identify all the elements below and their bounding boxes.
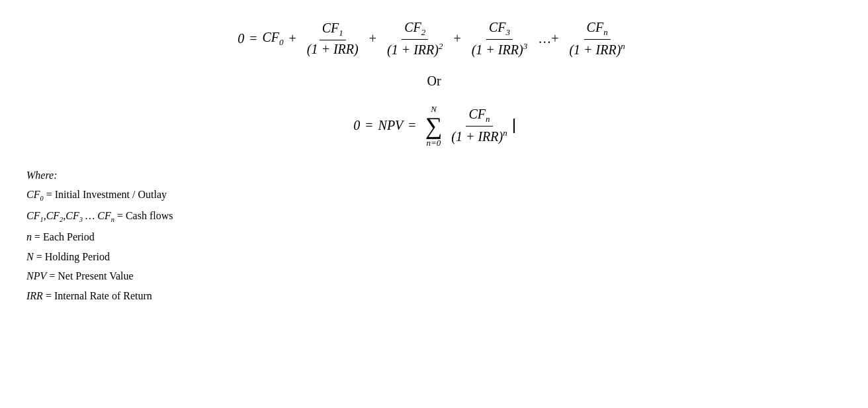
- where-heading: Where:: [26, 167, 848, 184]
- zero-1: 0: [238, 31, 244, 46]
- where-line1: CF0 = Initial Investment / Outlay: [26, 186, 848, 205]
- plus-2: +: [369, 31, 376, 46]
- cf0: CF0: [262, 30, 283, 48]
- fraction-2: CF2 (1 + IRR)2: [384, 20, 445, 58]
- eq2-2: =: [408, 118, 415, 133]
- eq-1: =: [249, 31, 257, 46]
- ellipsis: …+: [538, 31, 558, 46]
- fraction-1: CF1 (1 + IRR): [304, 21, 361, 57]
- cursor: [513, 119, 515, 133]
- fraction-n: CFn (1 + IRR)n: [566, 20, 627, 58]
- formula-area: 0 = CF0 + CF1 (1 + IRR) + CF2 (1 + IRR)2…: [20, 13, 848, 154]
- where-section: Where: CF0 = Initial Investment / Outlay…: [26, 167, 848, 305]
- where-line4: N = Holding Period: [26, 248, 848, 266]
- where-line2: CF1,CF2,CF3 … CFn = Cash flows: [26, 207, 848, 226]
- fraction-sum: CFn (1 + IRR)n: [449, 107, 509, 144]
- formula-1: 0 = CF0 + CF1 (1 + IRR) + CF2 (1 + IRR)2…: [238, 20, 630, 58]
- eq2-1: =: [365, 118, 372, 133]
- plus-1: +: [289, 31, 296, 46]
- plus-3: +: [453, 31, 460, 46]
- fraction-3: CF3 (1 + IRR)3: [469, 20, 530, 58]
- formula-2: 0 = NPV = N ∑ n=0 CFn (1 + IRR)n: [353, 105, 514, 147]
- where-line3: n = Each Period: [26, 229, 848, 246]
- summation: N ∑ n=0: [425, 105, 443, 147]
- or-text: Or: [427, 74, 441, 89]
- zero-2: 0: [353, 118, 360, 133]
- npv-label: NPV: [378, 118, 404, 133]
- where-line5: NPV = Net Present Value: [26, 268, 848, 285]
- where-line6: IRR = Internal Rate of Return: [26, 287, 848, 305]
